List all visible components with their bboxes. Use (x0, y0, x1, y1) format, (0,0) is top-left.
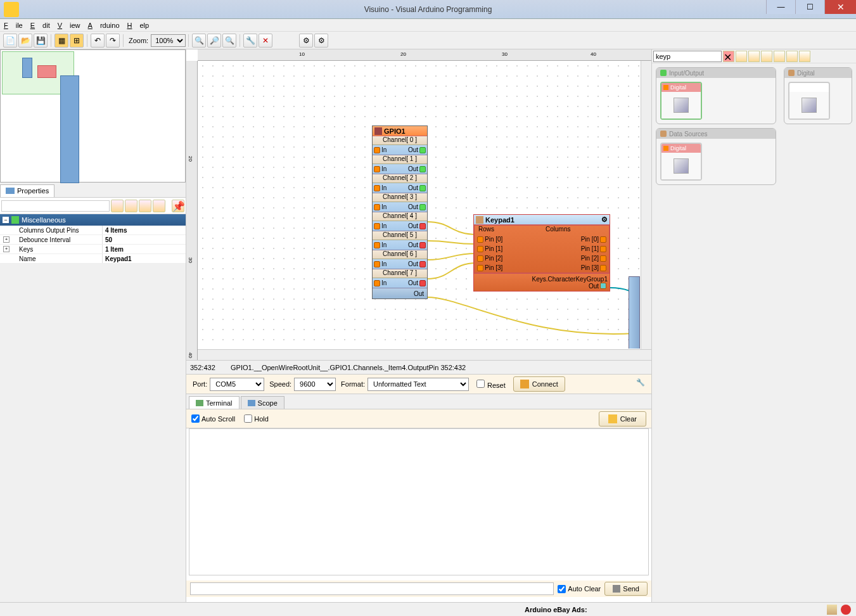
properties-group[interactable]: −Miscellaneous (0, 214, 186, 226)
port-settings-icon[interactable]: 🔧 (636, 378, 648, 390)
gear-icon[interactable]: ⚙ (601, 215, 608, 224)
filter-button-5[interactable] (786, 51, 798, 62)
gpio-out-pin-6[interactable] (419, 261, 426, 267)
node-keypad1[interactable]: Keypad1⚙ Rows Pin [0] Pin [1] Pin [2] Pi… (473, 214, 610, 292)
gpio-channel-3[interactable]: Channel[ 3 ] In Out (373, 193, 427, 212)
zoom-fit-button[interactable]: 🔍 (192, 34, 206, 48)
gpio-channel-2[interactable]: Channel[ 2 ] In Out (373, 174, 427, 193)
prop-btn-1[interactable] (111, 200, 124, 212)
redo-button[interactable]: ↷ (106, 34, 120, 48)
prop-btn-3[interactable] (139, 200, 151, 212)
prop-btn-4[interactable] (153, 200, 165, 212)
filter-button-3[interactable] (761, 51, 772, 62)
gpio-out-pin-0[interactable] (419, 147, 426, 153)
keypad-col-pin-1[interactable]: Pin [1] (542, 244, 609, 253)
gpio-in-pin-0[interactable] (374, 147, 380, 153)
gpio-out-pin-4[interactable] (419, 223, 426, 229)
filter-button-1[interactable] (736, 51, 747, 62)
gpio-in-pin-3[interactable] (374, 204, 380, 210)
gpio-channel-7[interactable]: Channel[ 7 ] In Out (373, 269, 427, 288)
delete-button[interactable]: ✕ (259, 34, 272, 48)
autoclear-checkbox[interactable]: Auto Clear (558, 585, 601, 593)
menu-edit[interactable]: Edit (30, 22, 50, 29)
tab-terminal[interactable]: Terminal (189, 396, 240, 409)
gpio-in-pin-5[interactable] (374, 242, 380, 248)
minimize-button[interactable]: — (766, 0, 795, 14)
clear-button[interactable]: Clear (599, 411, 646, 427)
zoom-out-button[interactable]: 🔍 (222, 34, 236, 48)
tab-scope[interactable]: Scope (241, 396, 284, 409)
keypad-row-pin-3[interactable]: Pin [3] (475, 263, 542, 273)
tool-2[interactable]: ⚙ (314, 34, 328, 48)
port-select[interactable]: COM5 (210, 378, 264, 391)
footer-settings-icon[interactable] (827, 605, 837, 615)
filter-button-2[interactable] (748, 51, 760, 62)
speed-select[interactable]: 9600 (294, 378, 336, 391)
new-button[interactable]: 📄 (3, 34, 17, 48)
tool-1[interactable]: ⚙ (299, 34, 313, 48)
grid-button[interactable]: ▦ (54, 34, 68, 48)
save-button[interactable]: 💾 (34, 34, 48, 48)
keypad-col-pin-3[interactable]: Pin [3] (542, 263, 609, 273)
gpio-in-pin-1[interactable] (374, 166, 380, 172)
arduino-node-edge[interactable] (629, 276, 640, 349)
gpio-in-pin-2[interactable] (374, 185, 380, 191)
reset-checkbox[interactable]: Reset (474, 380, 506, 389)
format-select[interactable]: Unformatted Text (367, 378, 469, 391)
minimap[interactable] (0, 49, 186, 183)
arduino-button[interactable]: 🔧 (243, 34, 257, 48)
gpio-channel-1[interactable]: Channel[ 1 ] In Out (373, 155, 427, 174)
scrollbar-horizontal[interactable] (198, 349, 651, 360)
menu-file[interactable]: File (4, 22, 23, 29)
keypad-out-pin[interactable] (600, 283, 606, 289)
snap-button[interactable]: ⊞ (70, 34, 84, 48)
keypad-row-pin-0[interactable]: Pin [0] (475, 234, 542, 244)
hold-checkbox[interactable]: Hold (244, 414, 269, 423)
gpio-in-pin-7[interactable] (374, 280, 380, 286)
clear-search-button[interactable]: ✕ (723, 51, 734, 62)
maximize-button[interactable]: ☐ (795, 0, 824, 14)
keypad-row-pin-1[interactable]: Pin [1] (475, 244, 542, 253)
gpio-channel-5[interactable]: Channel[ 5 ] In Out (373, 231, 427, 250)
gpio-channel-0[interactable]: Channel[ 0 ] In Out (373, 136, 427, 155)
gpio-out-pin-3[interactable] (419, 204, 426, 210)
gpio-in-pin-4[interactable] (374, 223, 380, 229)
filter-button-6[interactable] (799, 51, 810, 62)
gpio-out-pin-5[interactable] (419, 242, 426, 248)
send-button[interactable]: Send (604, 582, 648, 596)
keypad-col-pin-2[interactable]: Pin [2] (542, 253, 609, 263)
prop-row-keys[interactable]: +Keys1 Item (0, 245, 186, 254)
footer-power-icon[interactable] (841, 605, 851, 615)
properties-tab[interactable]: Properties (0, 184, 54, 197)
close-button[interactable]: ✕ (824, 0, 856, 14)
component-digital-3[interactable]: Digital (660, 143, 702, 181)
keypad-row-pin-2[interactable]: Pin [2] (475, 253, 542, 263)
scrollbar-vertical[interactable] (641, 61, 651, 349)
gpio-in-pin-6[interactable] (374, 261, 380, 267)
component-search-input[interactable] (653, 51, 722, 62)
undo-button[interactable]: ↶ (91, 34, 105, 48)
autoscroll-checkbox[interactable]: Auto Scroll (191, 414, 235, 423)
gpio-channel-6[interactable]: Channel[ 6 ] In Out (373, 250, 427, 269)
prop-btn-2[interactable] (125, 200, 137, 212)
prop-row-name[interactable]: NameKeypad1 (0, 254, 186, 264)
open-button[interactable]: 📂 (18, 34, 32, 48)
menu-arduino[interactable]: Arduino (88, 22, 120, 29)
gpio-out-pin-7[interactable] (419, 280, 426, 286)
prop-row-columns[interactable]: Columns Output Pins4 Items (0, 226, 186, 235)
keypad-col-pin-0[interactable]: Pin [0] (542, 234, 609, 244)
filter-button-4[interactable] (774, 51, 785, 62)
zoom-select[interactable]: 100% (151, 34, 186, 47)
terminal-output[interactable] (189, 428, 649, 575)
terminal-input[interactable] (190, 582, 554, 595)
connect-button[interactable]: Connect (513, 376, 565, 392)
canvas[interactable]: GPIO1 Channel[ 0 ] In OutChannel[ 1 ] In… (198, 61, 640, 349)
menu-view[interactable]: View (58, 22, 80, 29)
gpio-channel-4[interactable]: Channel[ 4 ] In Out (373, 212, 427, 231)
zoom-in-button[interactable]: 🔎 (207, 34, 221, 48)
gpio-out-pin-2[interactable] (419, 185, 426, 191)
gpio-out-pin-1[interactable] (419, 166, 426, 172)
component-digital-2[interactable] (788, 82, 830, 120)
prop-row-debounce[interactable]: +Debounce Interval50 (0, 235, 186, 245)
node-gpio1[interactable]: GPIO1 Channel[ 0 ] In OutChannel[ 1 ] In… (372, 125, 428, 299)
